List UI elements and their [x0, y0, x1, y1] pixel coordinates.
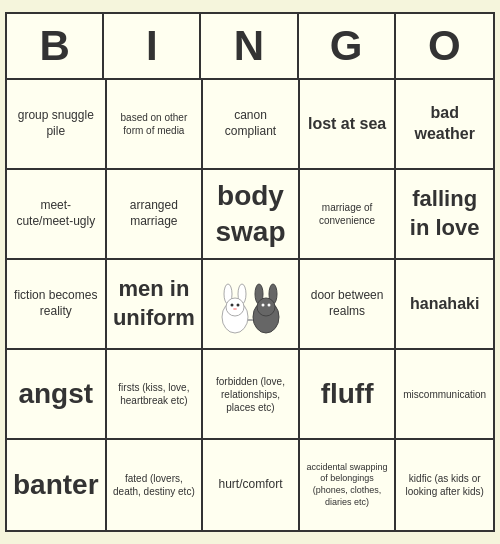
- letter-g: G: [299, 14, 396, 80]
- svg-point-6: [233, 308, 237, 310]
- svg-point-3: [226, 298, 244, 316]
- cell-9-text: marriage of convenience: [306, 201, 389, 227]
- cell-4: lost at sea: [300, 80, 397, 170]
- cell-19: fluff: [300, 350, 397, 440]
- cell-18-text: forbidden (love, relationships, places e…: [209, 375, 292, 414]
- cell-11: fiction becomes reality: [7, 260, 107, 350]
- svg-point-12: [267, 303, 270, 306]
- cell-10: falling in love: [396, 170, 493, 260]
- cell-16-text: angst: [18, 376, 93, 412]
- cell-3: canon compliant: [203, 80, 300, 170]
- cell-5: bad weather: [396, 80, 493, 170]
- cell-8: body swap: [203, 170, 300, 260]
- bunny-icon: [213, 272, 288, 337]
- cell-22: fated (lovers, death, destiny etc): [107, 440, 204, 530]
- cell-8-text: body swap: [209, 178, 292, 251]
- cell-6-text: meet-cute/meet-ugly: [13, 198, 99, 229]
- cell-19-text: fluff: [321, 376, 374, 412]
- cell-20: miscommunication: [396, 350, 493, 440]
- cell-7: arranged marriage: [107, 170, 204, 260]
- cell-15-text: hanahaki: [410, 294, 479, 315]
- cell-14-text: door between realms: [306, 288, 389, 319]
- cell-16: angst: [7, 350, 107, 440]
- cell-6: meet-cute/meet-ugly: [7, 170, 107, 260]
- cell-15: hanahaki: [396, 260, 493, 350]
- cell-24: accidental swapping of belongings (phone…: [300, 440, 397, 530]
- cell-11-text: fiction becomes reality: [13, 288, 99, 319]
- bingo-grid: group snuggle pile based on other form o…: [7, 80, 493, 530]
- cell-23: hurt/comfort: [203, 440, 300, 530]
- cell-4-text: lost at sea: [308, 114, 386, 135]
- svg-point-4: [230, 303, 233, 306]
- bingo-header: B I N G O: [7, 14, 493, 80]
- cell-21-text: banter: [13, 467, 99, 503]
- svg-point-5: [236, 303, 239, 306]
- cell-17-text: firsts (kiss, love, heartbreak etc): [113, 381, 196, 407]
- cell-1: group snuggle pile: [7, 80, 107, 170]
- cell-12-text: men in uniform: [113, 275, 196, 332]
- cell-5-text: bad weather: [402, 103, 487, 145]
- cell-2-text: based on other form of media: [113, 111, 196, 137]
- cell-12: men in uniform: [107, 260, 204, 350]
- cell-21: banter: [7, 440, 107, 530]
- cell-17: firsts (kiss, love, heartbreak etc): [107, 350, 204, 440]
- cell-25-text: kidfic (as kids or looking after kids): [402, 472, 487, 498]
- cell-10-text: falling in love: [402, 185, 487, 242]
- cell-7-text: arranged marriage: [113, 198, 196, 229]
- cell-free: [203, 260, 300, 350]
- cell-14: door between realms: [300, 260, 397, 350]
- cell-1-text: group snuggle pile: [13, 108, 99, 139]
- svg-point-10: [257, 298, 275, 316]
- letter-o: O: [396, 14, 493, 80]
- cell-23-text: hurt/comfort: [218, 477, 282, 493]
- cell-9: marriage of convenience: [300, 170, 397, 260]
- cell-18: forbidden (love, relationships, places e…: [203, 350, 300, 440]
- cell-25: kidfic (as kids or looking after kids): [396, 440, 493, 530]
- cell-20-text: miscommunication: [403, 388, 486, 401]
- cell-2: based on other form of media: [107, 80, 204, 170]
- svg-point-11: [261, 303, 264, 306]
- letter-i: I: [104, 14, 201, 80]
- letter-n: N: [201, 14, 298, 80]
- cell-24-text: accidental swapping of belongings (phone…: [306, 462, 389, 509]
- bingo-card: B I N G O group snuggle pile based on ot…: [5, 12, 495, 532]
- letter-b: B: [7, 14, 104, 80]
- cell-22-text: fated (lovers, death, destiny etc): [113, 472, 196, 498]
- cell-3-text: canon compliant: [209, 108, 292, 139]
